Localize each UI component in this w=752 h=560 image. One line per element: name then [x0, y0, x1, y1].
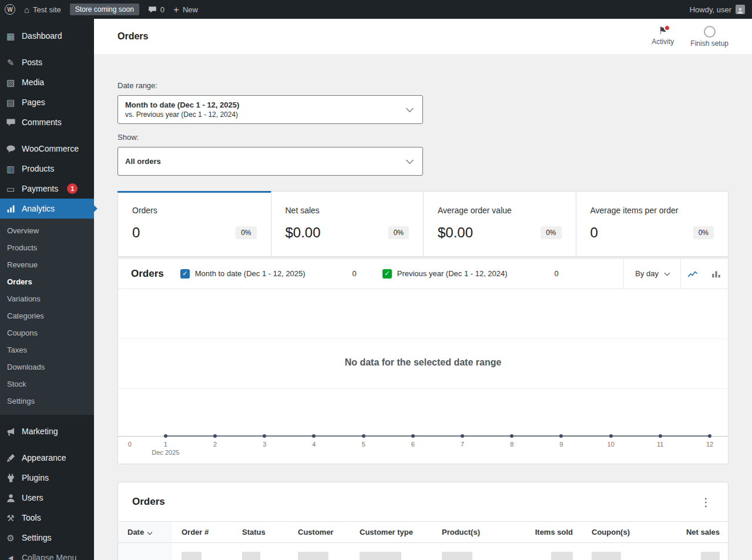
submenu-item-variations[interactable]: Variations	[0, 290, 94, 307]
wordpress-logo-icon: W	[5, 4, 15, 15]
sidebar-item-plugins[interactable]: Plugins	[0, 468, 94, 488]
card-label: Average items per order	[590, 206, 714, 215]
woocommerce-icon	[5, 144, 16, 154]
x-tick-label: 7	[461, 441, 464, 448]
sidebar-item-dashboard[interactable]: ▦ Dashboard	[0, 26, 94, 46]
date-range-select[interactable]: Month to date (Dec 1 - 12, 2025) vs. Pre…	[118, 95, 423, 124]
submenu-item-coupons[interactable]: Coupons	[0, 324, 94, 341]
comment-bubble-icon	[148, 5, 157, 14]
sidebar-item-media[interactable]: ▧ Media	[0, 72, 94, 92]
chart-header: Orders ✓ Month to date (Dec 1 - 12, 2025…	[118, 259, 728, 289]
line-chart-button[interactable]	[681, 259, 704, 289]
sidebar-item-settings[interactable]: ⚙ Settings	[0, 528, 94, 548]
table-cell-placeholder	[664, 543, 729, 560]
table-row	[118, 543, 729, 560]
site-menu[interactable]: ⌂ Test site	[24, 5, 61, 14]
submenu-item-categories[interactable]: Categories	[0, 307, 94, 324]
submenu-item-overview[interactable]: Overview	[0, 222, 94, 239]
delta-badge: 0%	[540, 226, 561, 239]
sidebar-item-marketing[interactable]: Marketing	[0, 421, 94, 441]
sidebar-item-tools[interactable]: ⚒ Tools	[0, 508, 94, 528]
orders-table-header: Orders ⋮	[118, 482, 728, 521]
legend-toggle-previous-period[interactable]: ✓ Previous year (Dec 1 - 12, 2024) 0	[382, 269, 559, 279]
menu-separator	[0, 132, 94, 139]
summary-card-average-items-per-order[interactable]: Average items per order 0 0%	[576, 192, 728, 256]
bar-chart-button[interactable]	[704, 259, 728, 289]
howdy-label: Howdy, user	[690, 5, 731, 14]
submenu-item-orders[interactable]: Orders	[0, 273, 94, 290]
chevron-down-icon	[406, 105, 414, 112]
finish-setup-label: Finish setup	[690, 39, 728, 48]
delta-badge: 0%	[388, 226, 409, 239]
avatar	[736, 5, 745, 14]
activity-flag-icon: ⚑	[659, 26, 667, 36]
gridline	[118, 338, 728, 339]
x-tick-label: 12	[706, 441, 713, 448]
plus-icon: +	[173, 5, 179, 15]
x-tick-label: 8	[510, 441, 513, 448]
sidebar-item-label: Pages	[22, 98, 45, 107]
legend-toggle-current-period[interactable]: ✓ Month to date (Dec 1 - 12, 2025) 0	[180, 269, 357, 279]
sidebar-item-posts[interactable]: ✎ Posts	[0, 52, 94, 72]
sidebar-item-label: Appearance	[22, 453, 66, 462]
collapse-icon: ◀	[5, 555, 16, 560]
summary-cards: Orders 0 0% Net sales $0.00 0% Average o…	[118, 191, 728, 257]
x-tick-label: 2	[213, 441, 217, 448]
summary-card-average-order-value[interactable]: Average order value $0.00 0%	[423, 192, 576, 256]
chart-type-toggle	[680, 259, 728, 289]
column-header-status: Status	[233, 522, 288, 543]
sidebar-item-comments[interactable]: Comments	[0, 112, 94, 132]
x-tick-label: 10	[607, 441, 615, 448]
home-icon: ⌂	[24, 5, 29, 14]
table-cell-placeholder	[432, 543, 518, 560]
account-menu[interactable]: Howdy, user	[690, 5, 745, 14]
column-header-customer: Customer	[288, 522, 350, 543]
payments-icon: ▭	[5, 185, 16, 193]
comments-shortcut[interactable]: 0	[148, 5, 164, 14]
submenu-item-taxes[interactable]: Taxes	[0, 341, 94, 358]
sidebar-item-pages[interactable]: ▤ Pages	[0, 92, 94, 112]
kebab-menu-icon[interactable]: ⋮	[698, 497, 714, 508]
sidebar-item-label: Payments	[22, 184, 58, 193]
submenu-item-settings[interactable]: Settings	[0, 393, 94, 410]
table-cell-date	[118, 543, 172, 560]
collapse-menu-button[interactable]: ◀ Collapse Menu	[0, 548, 94, 560]
sidebar-item-analytics[interactable]: Analytics	[0, 199, 94, 219]
submenu-item-downloads[interactable]: Downloads	[0, 358, 94, 375]
chart-title: Orders	[118, 259, 180, 289]
show-label: Show:	[118, 133, 728, 142]
sidebar-item-label: Tools	[22, 513, 41, 522]
x-axis-period-label: Dec 2025	[152, 449, 179, 456]
new-content-menu[interactable]: + New	[173, 5, 198, 15]
coming-soon-badge: Store coming soon	[70, 4, 139, 15]
sidebar-item-woocommerce[interactable]: WooCommerce	[0, 139, 94, 159]
interval-select[interactable]: By day	[623, 259, 680, 289]
activity-label: Activity	[652, 38, 674, 46]
checkbox-checked-icon[interactable]: ✓	[382, 269, 392, 279]
sidebar-item-payments[interactable]: ▭ Payments 1	[0, 179, 94, 199]
wordpress-menu[interactable]: W	[5, 4, 15, 15]
column-header-date[interactable]: Date	[118, 522, 172, 543]
table-cell-placeholder	[582, 543, 664, 560]
summary-card-net-sales[interactable]: Net sales $0.00 0%	[271, 192, 424, 256]
sidebar-item-users[interactable]: Users	[0, 488, 94, 508]
finish-setup-button[interactable]: Finish setup	[690, 26, 728, 48]
submenu-item-stock[interactable]: Stock	[0, 375, 94, 393]
date-range-value: Month to date (Dec 1 - 12, 2025)	[125, 100, 397, 109]
appearance-icon	[5, 453, 16, 463]
activity-button[interactable]: ⚑ Activity	[652, 26, 674, 48]
submenu-item-products[interactable]: Products	[0, 239, 94, 256]
sidebar-item-appearance[interactable]: Appearance	[0, 448, 94, 468]
card-value: $0.00	[286, 224, 321, 241]
sidebar-item-products[interactable]: ▥ Products	[0, 159, 94, 179]
show-select[interactable]: All orders	[118, 147, 423, 176]
collapse-label: Collapse Menu	[22, 553, 76, 560]
submenu-item-revenue[interactable]: Revenue	[0, 256, 94, 273]
checkbox-checked-icon[interactable]: ✓	[180, 269, 190, 279]
marketing-icon	[5, 427, 16, 437]
analytics-icon	[5, 204, 16, 214]
page-content: Date range: Month to date (Dec 1 - 12, 2…	[94, 54, 752, 560]
summary-card-orders[interactable]: Orders 0 0%	[118, 192, 271, 256]
site-name: Test site	[33, 5, 61, 14]
sidebar-item-label: Media	[22, 78, 44, 87]
